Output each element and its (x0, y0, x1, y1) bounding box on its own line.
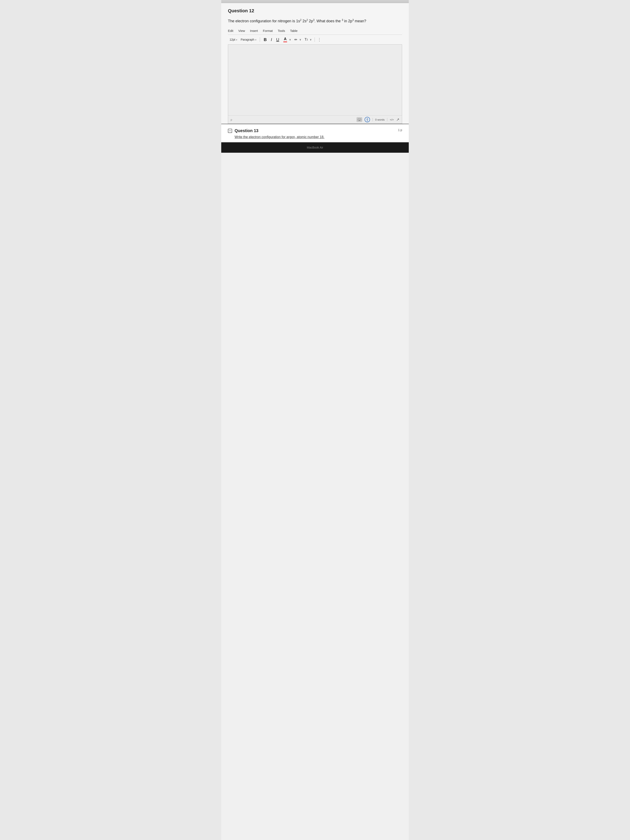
svg-rect-6 (359, 120, 359, 120)
editor-bottombar-right: 0 words </> ↗ (357, 117, 399, 122)
question13-section: Question 13 Write the electron configura… (221, 124, 409, 142)
keyboard-icon[interactable] (357, 117, 362, 122)
menu-table[interactable]: Table (290, 29, 297, 33)
svg-rect-2 (359, 119, 359, 119)
paragraph-chevron: ∨ (255, 38, 256, 41)
question12-text: The electron configuration for nitrogen … (228, 18, 402, 24)
paragraph-select[interactable]: Paragraph ∨ (240, 38, 257, 42)
font-color-button[interactable]: A (282, 36, 288, 43)
paragraph-tag-label: p (231, 118, 232, 121)
svg-rect-7 (360, 120, 360, 120)
question13-left: Question 13 Write the electron configura… (228, 128, 324, 139)
highlight-group: ✏ ∨ (293, 37, 302, 42)
accessibility-icon[interactable] (365, 117, 370, 122)
svg-rect-11 (229, 131, 231, 131)
svg-rect-9 (358, 120, 360, 121)
font-size-chevron: ∨ (236, 38, 237, 41)
svg-point-10 (367, 118, 368, 119)
top-bar-1 (221, 0, 409, 2)
svg-rect-5 (358, 120, 358, 120)
svg-rect-1 (358, 119, 358, 119)
question12-title: Question 12 (228, 8, 402, 14)
expand-button[interactable]: ↗ (396, 117, 399, 122)
italic-button[interactable]: I (270, 37, 273, 43)
toolbar-divider-2 (314, 37, 315, 42)
superscript-chevron[interactable]: ∨ (309, 38, 312, 41)
svg-rect-8 (360, 120, 361, 120)
editor-menubar: Edit View Insert Format Tools Table (228, 29, 402, 33)
toolbar-divider-1 (260, 37, 260, 42)
question13-text: Write the electron configuration for arg… (235, 135, 324, 139)
font-size-value: 12pt (230, 38, 235, 41)
editor-toolbar: 12pt ∨ Paragraph ∨ B I U A ∨ ✏ ∨ (228, 35, 402, 44)
superscript-button[interactable]: T2 (303, 37, 309, 42)
menu-view[interactable]: View (238, 29, 245, 33)
question12-section: Question 12 The electron configuration f… (221, 3, 409, 124)
word-count: 0 words (375, 118, 385, 121)
font-color-label: A (284, 37, 287, 41)
code-view-button[interactable]: </> (390, 118, 394, 121)
font-color-bar (283, 41, 287, 42)
svg-rect-4 (360, 119, 361, 119)
underline-button[interactable]: U (275, 37, 280, 43)
bold-button[interactable]: B (262, 37, 268, 43)
question13-collapse-toggle[interactable] (228, 129, 232, 133)
bottom-bar: MacBook Air (221, 142, 409, 153)
menu-edit[interactable]: Edit (228, 29, 233, 33)
font-size-select[interactable]: 12pt ∨ (229, 38, 238, 42)
editor-container: p (228, 44, 402, 124)
font-color-group: A ∨ (282, 36, 292, 43)
menu-insert[interactable]: Insert (250, 29, 258, 33)
font-color-chevron[interactable]: ∨ (289, 38, 292, 41)
svg-rect-3 (360, 119, 360, 119)
editor-bottombar: p (228, 115, 402, 123)
menu-tools[interactable]: Tools (278, 29, 285, 33)
editor-content-area[interactable] (228, 44, 402, 115)
question13-body: Question 13 Write the electron configura… (235, 128, 324, 139)
paragraph-value: Paragraph (241, 38, 254, 41)
more-options-button[interactable]: ⋮ (317, 37, 322, 42)
question13-points: 1 p (398, 128, 402, 132)
question13-title: Question 13 (235, 128, 324, 133)
highlight-button[interactable]: ✏ (293, 37, 298, 42)
menu-format[interactable]: Format (263, 29, 273, 33)
bottombar-divider-2 (387, 118, 387, 121)
superscript-group: T2 ∨ (303, 37, 312, 42)
bottom-bar-label: MacBook Air (307, 146, 323, 149)
highlight-chevron[interactable]: ∨ (299, 38, 302, 41)
